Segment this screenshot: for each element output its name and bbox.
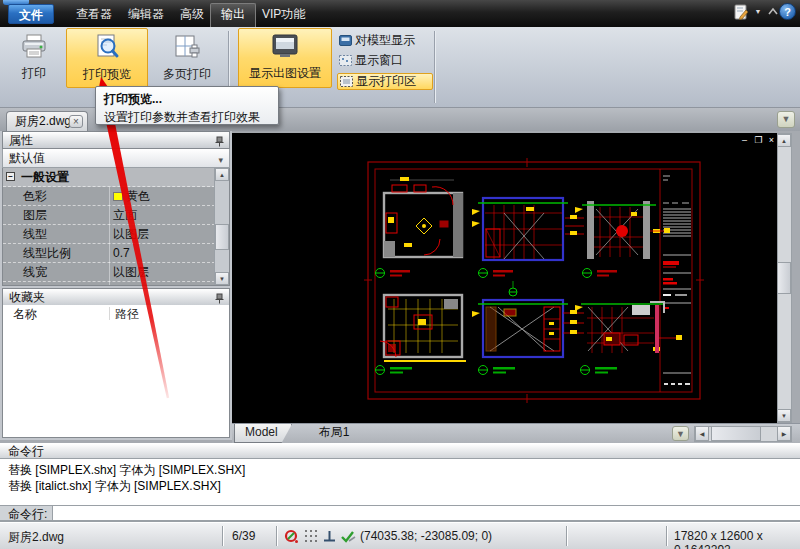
- preset-dropdown[interactable]: 默认值 ▾: [2, 149, 230, 168]
- multipage-print-button-label: 多页打印: [152, 66, 222, 83]
- osnap-icon[interactable]: [284, 529, 300, 548]
- command-input-row: 命令行:: [0, 506, 800, 522]
- property-row-layer[interactable]: 图层 立面: [3, 206, 215, 225]
- canvas-vertical-scrollbar[interactable]: ▲ ▼: [777, 133, 792, 423]
- property-label: 色彩: [23, 187, 47, 205]
- column-header-name[interactable]: 名称: [13, 306, 37, 323]
- menu-tab-viewer[interactable]: 查看器: [66, 4, 122, 24]
- menu-tab-editor[interactable]: 编辑器: [118, 4, 174, 24]
- scroll-down-icon[interactable]: ▼: [777, 409, 791, 422]
- drawing-area: – ❐ × ▲ ▼ Model 布局1 ▼ ◀ ▶: [232, 131, 800, 443]
- property-value[interactable]: 黄色: [113, 187, 150, 205]
- scroll-left-icon[interactable]: ◀: [695, 426, 709, 441]
- favorites-panel-header: 收藏夹: [2, 288, 230, 306]
- print-preview-button[interactable]: 打印预览: [66, 28, 148, 88]
- property-row-linetype-scale[interactable]: 线型比例 0.7: [3, 244, 215, 263]
- edit-document-icon[interactable]: [730, 4, 752, 25]
- scroll-up-icon[interactable]: ▲: [777, 134, 791, 147]
- command-input[interactable]: [52, 506, 800, 522]
- canvas-horizontal-scrollbar[interactable]: ◀ ▶: [694, 426, 792, 442]
- cad-canvas[interactable]: – ❐ ×: [232, 133, 777, 423]
- model-display-toggle[interactable]: 对模型显示: [337, 33, 433, 50]
- menu-tab-advanced[interactable]: 高级: [170, 4, 214, 24]
- grid-icon[interactable]: [304, 529, 318, 546]
- favorites-panel-title: 收藏夹: [9, 290, 45, 304]
- status-separator: [222, 526, 224, 546]
- status-separator: [276, 526, 278, 546]
- tooltip-description: 设置打印参数并查看打印效果: [104, 109, 270, 126]
- multipage-print-icon: [152, 34, 222, 64]
- command-prompt-label: 命令行:: [8, 506, 47, 522]
- chevron-down-icon[interactable]: ▼: [753, 8, 763, 15]
- print-preview-icon: [67, 33, 147, 64]
- print-button[interactable]: 打印: [8, 30, 60, 87]
- show-print-area-icon: [340, 76, 353, 87]
- status-coordinates: (74035.38; -23085.09; 0): [360, 529, 492, 543]
- tab-list-dropdown-button[interactable]: ▼: [777, 111, 795, 128]
- status-sheet-indicator: 6/39: [232, 529, 255, 543]
- polar-icon[interactable]: [340, 529, 356, 547]
- multipage-print-button[interactable]: 多页打印: [152, 30, 222, 87]
- document-tab-label: 厨房2.dwg: [15, 114, 71, 128]
- properties-panel-header: 属性: [2, 131, 230, 149]
- plot-settings-icon: [239, 33, 331, 63]
- color-swatch: [113, 192, 123, 201]
- command-line-message: 替换 [SIMPLEX.shx] 字体为 [SIMPLEX.SHX]: [8, 462, 800, 478]
- restore-window-icon[interactable]: ❐: [752, 134, 765, 146]
- layout-tab-bar: Model 布局1 ▼ ◀ ▶: [232, 423, 800, 443]
- property-label: 图层: [23, 206, 47, 224]
- show-window-label: 显示窗口: [355, 53, 403, 67]
- left-sidebar: 属性 默认值 ▾ − 一般设置 色彩 黄色 图层 立面 线型: [0, 131, 232, 440]
- column-divider: [109, 307, 110, 320]
- scroll-right-icon[interactable]: ▶: [777, 426, 791, 441]
- scrollbar-thumb[interactable]: [215, 224, 229, 250]
- property-label: 线宽: [23, 263, 47, 281]
- document-tab[interactable]: 厨房2.dwg ×: [6, 111, 88, 131]
- show-window-icon: [339, 55, 352, 66]
- category-label: 一般设置: [21, 168, 69, 186]
- status-file-name: 厨房2.dwg: [8, 529, 64, 546]
- close-icon[interactable]: ×: [69, 115, 83, 128]
- tab-layout1[interactable]: 布局1: [304, 424, 364, 443]
- show-print-area-toggle[interactable]: 显示打印区: [337, 73, 433, 90]
- model-display-label: 对模型显示: [355, 33, 415, 47]
- command-output: 替换 [SIMPLEX.shx] 字体为 [SIMPLEX.SHX] 替换 [i…: [0, 459, 800, 506]
- collapse-ribbon-icon[interactable]: [766, 6, 780, 21]
- model-display-icon: [339, 35, 352, 46]
- scrollbar-thumb[interactable]: [777, 262, 791, 294]
- properties-scrollbar[interactable]: ▲ ▼: [214, 168, 229, 285]
- property-row-linetype[interactable]: 线型 以图层: [3, 225, 215, 244]
- ortho-icon[interactable]: [322, 529, 337, 547]
- property-label: 线型: [23, 225, 47, 243]
- property-row-lineweight[interactable]: 线宽 以图层: [3, 263, 215, 282]
- status-separator: [666, 526, 668, 546]
- printer-icon: [8, 34, 60, 63]
- show-plot-settings-button[interactable]: 显示出图设置: [238, 28, 332, 88]
- show-print-area-label: 显示打印区: [356, 74, 416, 88]
- menu-tab-vip[interactable]: VIP功能: [252, 4, 315, 24]
- property-value[interactable]: 立面: [113, 206, 137, 224]
- chevron-down-icon: ▾: [218, 151, 223, 169]
- property-category-row[interactable]: − 一般设置: [3, 168, 215, 187]
- tab-model[interactable]: Model: [234, 424, 292, 443]
- help-button[interactable]: ?: [779, 3, 796, 20]
- scrollbar-thumb[interactable]: [711, 426, 761, 441]
- property-value[interactable]: 以图层: [113, 225, 149, 243]
- collapse-expander-icon[interactable]: −: [6, 172, 15, 181]
- minimize-window-icon[interactable]: –: [738, 134, 751, 146]
- favorites-list-empty[interactable]: [2, 322, 230, 438]
- scroll-down-icon[interactable]: ▼: [215, 272, 229, 285]
- preset-value: 默认值: [9, 151, 45, 165]
- menu-tab-file[interactable]: 文件: [8, 4, 54, 24]
- column-header-path[interactable]: 路径: [115, 306, 139, 323]
- property-value[interactable]: 0.7: [113, 244, 130, 262]
- menu-tab-output[interactable]: 输出: [210, 3, 256, 27]
- tooltip-title: 打印预览...: [104, 91, 270, 108]
- show-window-toggle[interactable]: 显示窗口: [337, 53, 433, 70]
- scroll-up-icon[interactable]: ▲: [215, 168, 229, 181]
- property-row-color[interactable]: 色彩 黄色: [3, 187, 215, 206]
- application-window: 文件 查看器 编辑器 高级 输出 VIP功能 ▼ ?: [0, 0, 800, 549]
- property-value[interactable]: 以图层: [113, 263, 149, 281]
- layout-list-dropdown-button[interactable]: ▼: [672, 426, 689, 441]
- command-line-message: 替换 [italict.shx] 字体为 [SIMPLEX.SHX]: [8, 478, 800, 494]
